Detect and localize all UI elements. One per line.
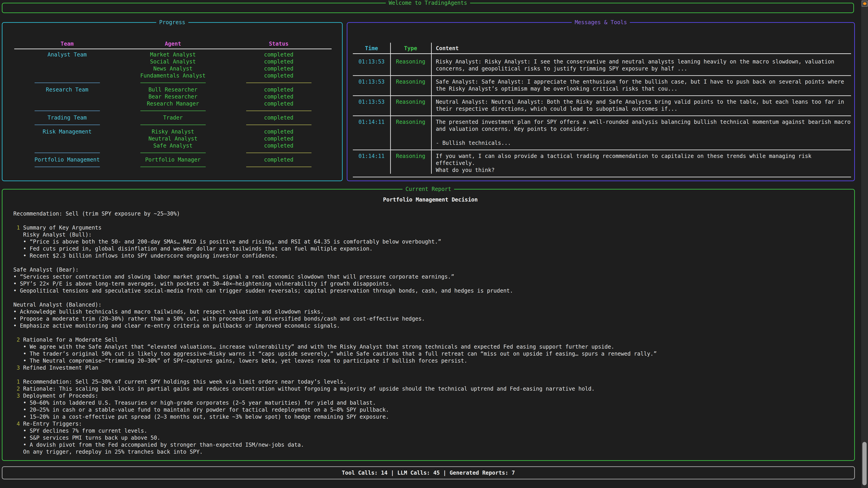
report-text: • The trader’s original 50% cut is likel…	[13, 351, 657, 357]
progress-row: Fundamentals Analystcompleted	[14, 72, 332, 79]
scroll-corner-button[interactable]	[862, 1, 868, 6]
separator-line	[35, 83, 100, 83]
report-content: Portfolio Management Decision Recommenda…	[13, 196, 847, 455]
separator-cell	[226, 163, 332, 170]
team-name	[14, 72, 120, 79]
report-text: Recommendation: Sell 25–30% of current S…	[23, 379, 346, 385]
message-content-line: the Risky Analyst’s optimism may be over…	[436, 86, 851, 92]
report-line: On any trigger, redeploy in 25% tranches…	[13, 449, 847, 455]
agent-name: Risky Analyst	[120, 128, 226, 135]
report-text: • Fed cuts priced in, global disinflatio…	[13, 246, 373, 252]
agent-status: completed	[226, 114, 332, 121]
separator-cell	[14, 121, 120, 128]
report-text: • The Neutral compromise—“trimming 20–30…	[13, 358, 467, 364]
report-line: • Recent $2.3 billion inflows into SPY u…	[13, 252, 847, 259]
report-line: 1 Summary of Key Arguments	[13, 224, 847, 231]
message-content: If you want, I can also provide a tactic…	[431, 153, 851, 174]
separator-line	[246, 110, 311, 111]
message-content-line: If you want, I can also provide a tactic…	[436, 153, 851, 167]
separator-line	[141, 83, 206, 83]
report-text: Safe Analyst (Bear):	[13, 267, 79, 273]
separator-cell	[120, 149, 226, 156]
message-type: Reasoning	[390, 119, 431, 147]
progress-row: Risk ManagementRisky Analystcompleted	[14, 128, 332, 135]
separator-cell	[14, 79, 120, 86]
report-text: • “Price is above both the 50- and 200-d…	[13, 238, 441, 245]
team-name: Trading Team	[14, 114, 120, 121]
separator-cell	[14, 149, 120, 156]
message-content-line: their respective directions, which could…	[436, 105, 851, 112]
message-time: 01:14:11	[353, 153, 390, 174]
report-line	[13, 329, 847, 336]
report-text: • S&P services PMI turns back up above 5…	[13, 435, 160, 441]
report-heading: Portfolio Management Decision	[13, 196, 847, 203]
agent-status: completed	[226, 93, 332, 100]
message-row: 01:14:11ReasoningIf you want, I can also…	[353, 150, 851, 177]
report-text: • SPY declines 7% from current levels.	[13, 428, 147, 434]
report-line: 3 Deployment of Proceeds:	[13, 392, 847, 399]
list-number: 1	[13, 379, 23, 385]
separator-line	[246, 166, 311, 167]
agent-name: News Analyst	[120, 65, 226, 72]
messages-panel-title: Messages & Tools	[572, 19, 630, 26]
report-text: • 20–25% in cash or a stable-value fund …	[13, 407, 389, 413]
report-line: • S&P services PMI turns back up above 5…	[13, 434, 847, 442]
separator-line	[35, 110, 100, 111]
report-line: 4 Re-Entry Triggers:	[13, 420, 847, 427]
agent-status: completed	[226, 128, 332, 135]
report-line	[13, 259, 847, 266]
progress-table: TeamAgentStatusAnalyst TeamMarket Analys…	[14, 40, 332, 170]
report-line: • SPY declines 7% from current levels.	[13, 427, 847, 434]
report-text: • We agree with the Safe Analyst that “e…	[13, 344, 614, 350]
scrollbar-thumb[interactable]	[862, 442, 867, 485]
team-name: Risk Management	[14, 128, 120, 135]
report-line: • Acknowledge bullish technicals and mac…	[13, 308, 847, 315]
separator-line	[141, 125, 206, 125]
tradingagents-terminal: { "app": { "welcome_title": "Welcome to …	[0, 0, 868, 488]
report-line: • 20–25% in cash or a stable-value fund …	[13, 406, 847, 414]
agent-status: completed	[226, 51, 332, 58]
report-text	[13, 218, 17, 224]
agent-status: completed	[226, 156, 332, 163]
report-text: On any trigger, redeploy in 25% tranches…	[13, 449, 203, 455]
progress-row: Social Analystcompleted	[14, 58, 332, 65]
report-text: • 50–60% into laddered U.S. Treasuries o…	[13, 400, 376, 406]
report-line: Recommendation: Sell (trim SPY exposure …	[13, 210, 847, 217]
agent-status: completed	[226, 86, 332, 93]
scrollbar-track[interactable]	[861, 0, 868, 488]
agent-status: completed	[226, 65, 332, 72]
header-separator	[14, 48, 332, 49]
report-line: • 15–20% in a cost-effective put spread …	[13, 414, 847, 420]
agent-name: Bull Researcher	[120, 86, 226, 93]
message-row: 01:13:53ReasoningSafe Analyst: Safe Anal…	[353, 76, 851, 96]
separator-line	[35, 166, 100, 167]
report-line: Neutral Analyst (Balanced):	[13, 301, 847, 308]
agent-name: Bear Researcher	[120, 93, 226, 100]
message-content-line: and valuation concerns. Key points to co…	[436, 126, 851, 133]
separator-line	[35, 125, 100, 125]
message-content: Safe Analyst: Safe Analyst: I appreciate…	[431, 78, 851, 92]
separator-line	[141, 153, 206, 153]
report-line	[13, 217, 847, 224]
team-name	[14, 100, 120, 107]
team-name	[14, 93, 120, 100]
progress-row: Bear Researchercompleted	[14, 93, 332, 100]
blank-line	[13, 203, 847, 210]
section-separator	[14, 79, 332, 86]
separator-cell	[14, 107, 120, 114]
agent-name: Social Analyst	[120, 58, 226, 65]
message-content-line: Risky Analyst: Risky Analyst: I see the …	[436, 58, 851, 65]
separator-line	[246, 125, 311, 125]
report-body: Recommendation: Sell (trim SPY exposure …	[13, 210, 847, 455]
report-text: • Propose a moderate trim (20–30%) rathe…	[13, 316, 425, 322]
message-content: Neutral Analyst: Neutral Analyst: Both t…	[431, 98, 851, 112]
team-name: Analyst Team	[14, 51, 120, 58]
report-line: 2 Rationale for a Moderate Sell	[13, 336, 847, 344]
section-separator	[14, 107, 332, 114]
report-line: • The Neutral compromise—“trimming 20–30…	[13, 357, 847, 364]
separator-line	[141, 110, 206, 111]
agent-status: completed	[226, 100, 332, 107]
report-text: • SPY’s 22× P/E is above long-term avera…	[13, 281, 392, 287]
team-name	[14, 65, 120, 72]
progress-row: News Analystcompleted	[14, 65, 332, 72]
